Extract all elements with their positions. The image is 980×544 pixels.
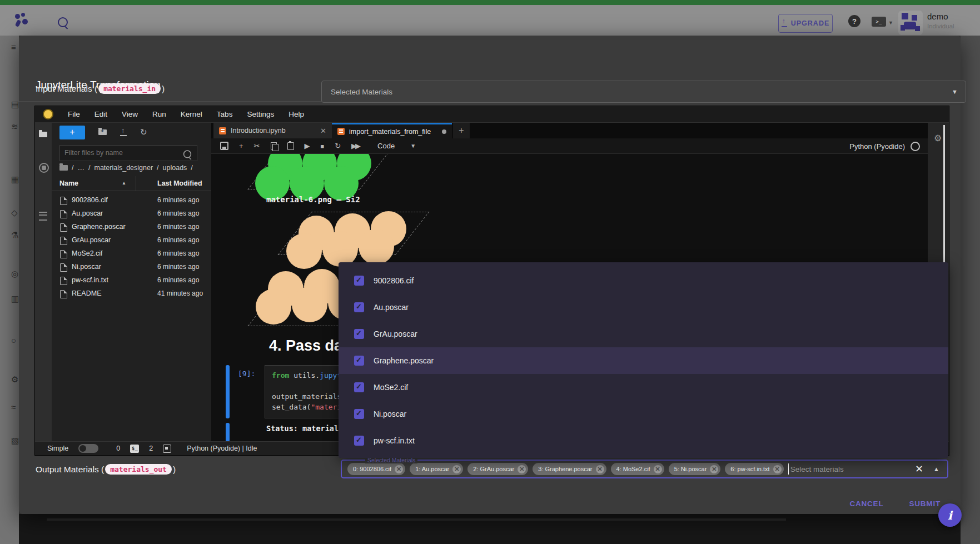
menu-kernel[interactable]: Kernel xyxy=(181,110,202,118)
chip-remove-icon[interactable]: ✕ xyxy=(518,465,526,473)
user-plan: Individual xyxy=(927,23,954,29)
restart-run-all-icon[interactable]: ▶▶ xyxy=(351,142,359,150)
breadcrumb-dir-materials-designer[interactable]: materials_designer xyxy=(94,164,153,172)
material-chip[interactable]: 6: pw-scf.in.txt✕ xyxy=(725,463,783,475)
file-row[interactable]: MoSe2.cif6 minutes ago xyxy=(52,247,211,261)
select-materials-input[interactable] xyxy=(788,463,907,475)
breadcrumb[interactable]: / … / materials_designer / uploads / xyxy=(59,164,193,172)
active-cell-indicator[interactable] xyxy=(226,365,230,418)
checkbox-checked-icon[interactable] xyxy=(354,382,364,392)
save-icon[interactable] xyxy=(220,142,228,150)
cell-indicator[interactable] xyxy=(226,423,230,441)
upload-files-icon[interactable] xyxy=(120,128,127,136)
material-chip[interactable]: 4: MoSe2.cif✕ xyxy=(611,463,664,475)
checkbox-checked-icon[interactable] xyxy=(354,436,364,446)
breadcrumb-folder-icon[interactable] xyxy=(59,165,68,171)
menu-edit[interactable]: Edit xyxy=(94,110,107,118)
sort-asc-icon[interactable]: ▲ xyxy=(122,181,126,186)
dropdown-option[interactable]: pw-scf.in.txt xyxy=(339,427,948,454)
file-row[interactable]: GrAu.poscar6 minutes ago xyxy=(52,234,211,247)
menu-tabs[interactable]: Tabs xyxy=(217,110,233,118)
menu-settings[interactable]: Settings xyxy=(247,110,274,118)
clear-all-icon[interactable]: ✕ xyxy=(915,463,923,475)
material-chip[interactable]: 0: 9002806.cif✕ xyxy=(347,463,405,475)
menu-run[interactable]: Run xyxy=(152,110,166,118)
chip-remove-icon[interactable]: ✕ xyxy=(773,465,782,473)
checkbox-checked-icon[interactable] xyxy=(354,409,364,419)
kernel-status-text[interactable]: Python (Pyodide) | Idle xyxy=(187,445,257,452)
kernel-indicator[interactable]: Python (Pyodide) xyxy=(849,138,920,154)
material-chip[interactable]: 3: Graphene.poscar✕ xyxy=(533,463,606,475)
new-launcher-button[interactable]: + xyxy=(59,126,85,139)
material-chip[interactable]: 1: Au.poscar✕ xyxy=(410,463,463,475)
file-row[interactable]: pw-scf.in.txt6 minutes ago xyxy=(52,274,211,287)
copy-cell-icon[interactable] xyxy=(271,142,277,149)
chevron-up-icon[interactable]: ▲ xyxy=(933,466,939,472)
paste-cell-icon[interactable] xyxy=(287,142,294,150)
add-tab-icon[interactable]: + xyxy=(453,123,470,138)
gear-icon[interactable]: ⚙ xyxy=(934,133,942,143)
upgrade-label: UPGRADE xyxy=(791,19,830,27)
new-folder-icon[interactable] xyxy=(98,129,107,135)
dropdown-option[interactable]: MoSe2.cif xyxy=(339,374,948,401)
checkbox-checked-icon[interactable] xyxy=(354,356,364,366)
terminal-icon[interactable]: >_ xyxy=(872,17,886,27)
dropdown-option[interactable]: 9002806.cif xyxy=(339,267,948,294)
dropdown-option[interactable]: GrAu.poscar xyxy=(339,321,948,347)
file-row[interactable]: Graphene.poscar6 minutes ago xyxy=(52,221,211,234)
running-sessions-icon[interactable] xyxy=(39,163,49,175)
user-avatar[interactable] xyxy=(898,11,923,35)
material-chip[interactable]: 2: GrAu.poscar✕ xyxy=(467,463,528,475)
file-row[interactable]: Au.poscar6 minutes ago xyxy=(52,207,211,221)
selected-materials-autocomplete[interactable]: Selected Materials 0: 9002806.cif✕ 1: Au… xyxy=(341,460,948,478)
upgrade-button[interactable]: UPGRADE xyxy=(778,14,833,33)
refresh-icon[interactable]: ↻ xyxy=(140,127,147,137)
tab-introduction[interactable]: Introduction.ipynb ✕ xyxy=(213,123,332,138)
jupyterlite-logo-icon[interactable] xyxy=(43,109,53,119)
submit-button[interactable]: SUBMIT xyxy=(909,500,941,508)
app-logo[interactable] xyxy=(14,13,29,27)
chip-remove-icon[interactable]: ✕ xyxy=(452,465,461,473)
unsaved-dot-icon[interactable] xyxy=(442,129,446,134)
restart-kernel-icon[interactable]: ↻ xyxy=(335,142,341,150)
menu-file[interactable]: File xyxy=(68,110,80,118)
file-browser-tab-icon[interactable] xyxy=(39,129,47,139)
file-row[interactable]: 9002806.cif6 minutes ago xyxy=(52,194,211,207)
run-cell-icon[interactable]: ▶ xyxy=(305,142,310,150)
chip-remove-icon[interactable]: ✕ xyxy=(654,465,662,473)
cell-type-dropdown[interactable]: Code ▼ xyxy=(377,142,416,150)
menu-view[interactable]: View xyxy=(122,110,138,118)
chip-remove-icon[interactable]: ✕ xyxy=(710,465,718,473)
insert-cell-icon[interactable]: + xyxy=(239,142,243,150)
table-of-contents-icon[interactable] xyxy=(39,212,47,223)
kernel-chip-icon[interactable] xyxy=(163,445,171,453)
material-chip[interactable]: 5: Ni.poscar✕ xyxy=(669,463,721,475)
simple-mode-toggle[interactable] xyxy=(78,444,98,453)
column-name[interactable]: Name xyxy=(59,179,78,187)
dropdown-option-highlighted[interactable]: Graphene.poscar xyxy=(339,347,948,374)
file-row[interactable]: README41 minutes ago xyxy=(52,287,211,301)
info-fab-button[interactable]: i xyxy=(938,503,962,527)
terminal-badge-icon[interactable]: $_ xyxy=(130,445,139,453)
search-icon[interactable] xyxy=(58,17,69,28)
checkbox-checked-icon[interactable] xyxy=(354,276,364,286)
selected-materials-select[interactable]: Selected Materials ▼ xyxy=(321,81,966,103)
stop-kernel-icon[interactable]: ■ xyxy=(321,143,325,149)
chip-remove-icon[interactable]: ✕ xyxy=(596,465,604,473)
filter-files-input[interactable] xyxy=(60,146,180,159)
checkbox-checked-icon[interactable] xyxy=(354,302,364,312)
cancel-button[interactable]: CANCEL xyxy=(849,500,883,508)
checkbox-checked-icon[interactable] xyxy=(354,329,364,339)
menu-help[interactable]: Help xyxy=(288,110,304,118)
cut-cell-icon[interactable]: ✂ xyxy=(254,142,260,150)
breadcrumb-ellipsis[interactable]: … xyxy=(77,164,84,172)
help-icon[interactable]: ? xyxy=(848,15,860,27)
breadcrumb-dir-uploads[interactable]: uploads xyxy=(163,164,187,172)
tab-import-materials-from-file[interactable]: import_materials_from_file xyxy=(332,123,452,138)
close-tab-icon[interactable]: ✕ xyxy=(320,127,326,135)
dropdown-option[interactable]: Ni.poscar xyxy=(339,401,948,427)
dropdown-option[interactable]: Au.poscar xyxy=(339,294,948,321)
chip-remove-icon[interactable]: ✕ xyxy=(395,465,403,473)
column-last-modified[interactable]: Last Modified xyxy=(157,179,202,187)
file-row[interactable]: Ni.poscar6 minutes ago xyxy=(52,261,211,274)
